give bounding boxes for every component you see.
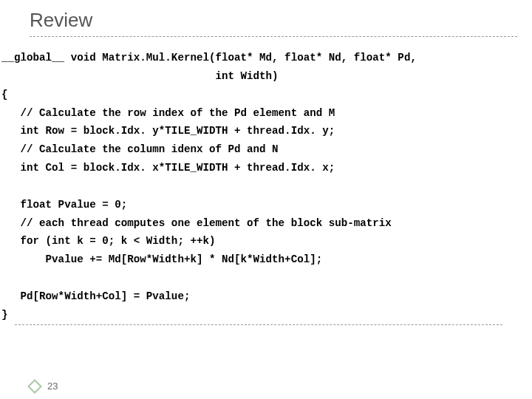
bullet-icon	[27, 379, 42, 394]
code-line: // Calculate the column idenx of Pd and …	[1, 143, 279, 155]
code-line: // Calculate the row index of the Pd ele…	[1, 107, 335, 119]
footer-divider	[15, 324, 502, 325]
page-number: 23	[47, 381, 58, 392]
code-line: // each thread computes one element of t…	[1, 217, 392, 229]
code-line: }	[1, 309, 8, 321]
code-line: for (int k = 0; k < Width; ++k)	[1, 235, 215, 247]
slide-title: Review	[30, 9, 502, 32]
code-line: __global__ void Matrix.Mul.Kernel(float*…	[1, 52, 417, 64]
code-line: int Col = block.Idx. x*TILE_WIDTH + thre…	[1, 162, 335, 174]
code-block: __global__ void Matrix.Mul.Kernel(float*…	[0, 43, 532, 324]
footer: 23	[30, 381, 58, 392]
code-line: Pd[Row*Width+Col] = Pvalue;	[1, 290, 190, 302]
title-underline	[30, 36, 517, 37]
code-line: {	[1, 89, 8, 100]
title-area: Review	[0, 0, 532, 43]
code-line: float Pvalue = 0;	[1, 199, 127, 211]
code-line: int Width)	[1, 70, 279, 82]
code-line: int Row = block.Idx. y*TILE_WIDTH + thre…	[1, 125, 335, 137]
code-line: Pvalue += Md[Row*Width+k] * Nd[k*Width+C…	[1, 253, 322, 265]
